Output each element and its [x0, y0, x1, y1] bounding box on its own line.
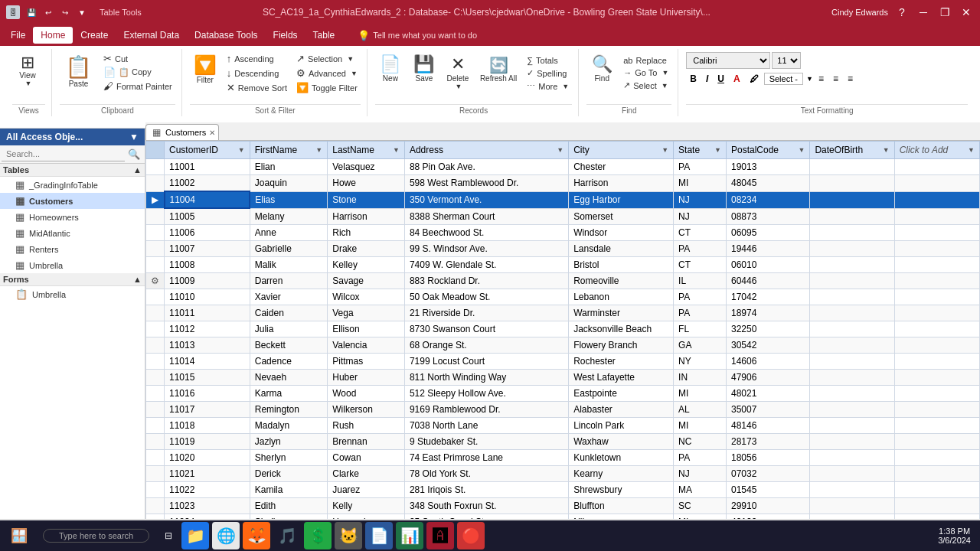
cell-city[interactable]: Windsor: [569, 225, 674, 241]
cell-dateofbirth[interactable]: [810, 257, 894, 273]
cell-customerid[interactable]: 11008: [165, 257, 250, 273]
cell-address[interactable]: 9 Studebaker St.: [404, 434, 568, 450]
view-button[interactable]: ⊞ View ▼: [12, 52, 43, 90]
tables-section[interactable]: Tables ▲: [0, 164, 145, 177]
taskbar-edge[interactable]: 🌐: [212, 522, 240, 549]
cell-customerid[interactable]: 11016: [165, 386, 250, 402]
cell-state[interactable]: MA: [674, 482, 727, 498]
cell-postalcode[interactable]: 08234: [727, 191, 810, 208]
cell-city[interactable]: West Lafayette: [569, 370, 674, 386]
cell-lastname[interactable]: Stone: [328, 191, 405, 208]
cell-dateofbirth[interactable]: [810, 175, 894, 192]
cell-firstname[interactable]: Remington: [250, 402, 327, 418]
undo-btn[interactable]: ↩: [41, 5, 55, 19]
table-row[interactable]: 11014CadencePittmas7199 Locust CourtRoch…: [146, 354, 980, 370]
taskbar-red[interactable]: 🔴: [457, 522, 485, 549]
cell-dateofbirth[interactable]: [810, 466, 894, 482]
cell-city[interactable]: Somerset: [569, 208, 674, 225]
bold-button[interactable]: B: [686, 70, 701, 87]
tell-me-input[interactable]: Tell me what you want to do: [373, 31, 477, 40]
filter-button[interactable]: 🔽 Filter: [190, 52, 220, 86]
row-selector[interactable]: [146, 370, 165, 386]
col-firstname[interactable]: FirstName ▼: [250, 142, 327, 159]
cell-customerid[interactable]: 11018: [165, 418, 250, 434]
table-row[interactable]: 11017RemingtonWilkerson9169 Ramblewood D…: [146, 402, 980, 418]
nav-item-homeowners[interactable]: ▦ Homeowners: [0, 209, 145, 225]
cell-lastname[interactable]: Wood: [328, 386, 405, 402]
cell-firstname[interactable]: Julia: [250, 321, 327, 337]
table-row[interactable]: 11016KarmaWood512 Sleepy Hollow Ave.East…: [146, 386, 980, 402]
delete-button[interactable]: ✕ Delete ▼: [443, 52, 473, 93]
table-row[interactable]: 11023EdithKelly348 South Foxrun St.Bluff…: [146, 498, 980, 514]
cell-lastname[interactable]: Ellison: [328, 321, 405, 337]
cell-city[interactable]: Shrewsbury: [569, 482, 674, 498]
cell-city[interactable]: Harrison: [569, 175, 674, 192]
cell-firstname[interactable]: Elian: [250, 159, 327, 175]
row-selector[interactable]: [146, 208, 165, 225]
font-size-selector[interactable]: 11: [772, 52, 801, 69]
select-button[interactable]: ↗ Select ▼: [620, 80, 671, 91]
cell-address[interactable]: 811 North Winding Way: [404, 370, 568, 386]
cell-lastname[interactable]: Howe: [328, 175, 405, 192]
row-selector[interactable]: [146, 354, 165, 370]
cell-city[interactable]: Waxhaw: [569, 434, 674, 450]
col-customerid[interactable]: CustomerID ▼: [165, 142, 250, 159]
cell-dateofbirth[interactable]: [810, 402, 894, 418]
cell-dateofbirth[interactable]: [810, 191, 894, 208]
cell-customerid[interactable]: 11001: [165, 159, 250, 175]
cell-address[interactable]: 50 Oak Meadow St.: [404, 289, 568, 305]
cell-customerid[interactable]: 11013: [165, 337, 250, 354]
minimize-btn[interactable]: ─: [916, 5, 931, 20]
cell-state[interactable]: GA: [674, 337, 727, 354]
cell-city[interactable]: Bristol: [569, 257, 674, 273]
cell-dateofbirth[interactable]: [810, 386, 894, 402]
cell-city[interactable]: Warminster: [569, 305, 674, 321]
new-button[interactable]: 📄 New: [375, 52, 406, 85]
cell-firstname[interactable]: Edith: [250, 498, 327, 514]
cell-city[interactable]: Egg Harbor: [569, 191, 674, 208]
cell-firstname[interactable]: Joaquin: [250, 175, 327, 192]
taskbar-excel[interactable]: 📊: [396, 522, 423, 549]
cell-postalcode[interactable]: 48021: [727, 386, 810, 402]
cell-dateofbirth[interactable]: [810, 482, 894, 498]
cell-firstname[interactable]: Derick: [250, 466, 327, 482]
table-row[interactable]: 11018MadalynRush7038 North LaneLincoln P…: [146, 418, 980, 434]
menu-fields[interactable]: Fields: [266, 27, 305, 44]
taskbar-word[interactable]: 📄: [365, 522, 393, 549]
cell-state[interactable]: PA: [674, 159, 727, 175]
cell-city[interactable]: Lebanon: [569, 289, 674, 305]
cell-state[interactable]: PA: [674, 305, 727, 321]
table-row[interactable]: 11001ElianVelasquez88 Pin Oak Ave.Cheste…: [146, 159, 980, 175]
descending-button[interactable]: ↓ Descending: [224, 67, 290, 80]
cell-customerid[interactable]: 11005: [165, 208, 250, 225]
cell-lastname[interactable]: Rich: [328, 225, 405, 241]
refresh-all-button[interactable]: 🔄 Refresh All: [476, 54, 521, 85]
row-selector[interactable]: [146, 386, 165, 402]
table-row[interactable]: 11021DerickClarke78 Old York St.KearnyNJ…: [146, 466, 980, 482]
more-button[interactable]: ⋯ More ▼: [524, 80, 572, 92]
cell-dateofbirth[interactable]: [810, 370, 894, 386]
cell-address[interactable]: 281 Iriqois St.: [404, 482, 568, 498]
cell-postalcode[interactable]: 32250: [727, 321, 810, 337]
toggle-filter-button[interactable]: 🔽 Toggle Filter: [293, 81, 361, 94]
replace-button[interactable]: ab Replace: [620, 55, 671, 66]
copy-button[interactable]: 📄 📋 Copy: [100, 66, 175, 79]
cell-state[interactable]: FL: [674, 321, 727, 337]
cell-postalcode[interactable]: 17042: [727, 289, 810, 305]
cell-dateofbirth[interactable]: [810, 321, 894, 337]
cell-postalcode[interactable]: 47906: [727, 370, 810, 386]
nav-header-arrow[interactable]: ▼: [129, 132, 139, 142]
cell-dateofbirth[interactable]: [810, 305, 894, 321]
cell-dateofbirth[interactable]: [810, 208, 894, 225]
cell-address[interactable]: 68 Orange St.: [404, 337, 568, 354]
cell-customerid[interactable]: 11010: [165, 289, 250, 305]
cell-state[interactable]: AL: [674, 402, 727, 418]
cell-city[interactable]: Eastpointe: [569, 386, 674, 402]
col-address[interactable]: Address ▼: [404, 142, 568, 159]
cell-dateofbirth[interactable]: [810, 498, 894, 514]
cell-lastname[interactable]: Clarke: [328, 466, 405, 482]
cell-firstname[interactable]: Cadence: [250, 354, 327, 370]
cell-firstname[interactable]: Sherlyn: [250, 450, 327, 466]
cell-address[interactable]: 598 West Ramblewood Dr.: [404, 175, 568, 192]
cell-state[interactable]: NJ: [674, 208, 727, 225]
